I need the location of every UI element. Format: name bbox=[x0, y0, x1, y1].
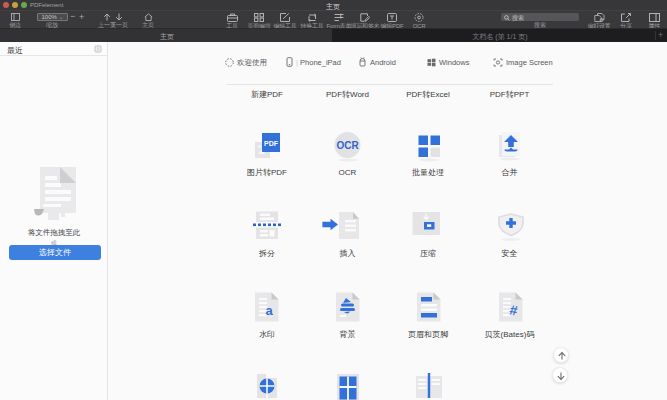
svg-text:a: a bbox=[265, 303, 273, 318]
svg-text:PDF: PDF bbox=[264, 140, 279, 147]
svg-text:OCR: OCR bbox=[336, 140, 359, 151]
